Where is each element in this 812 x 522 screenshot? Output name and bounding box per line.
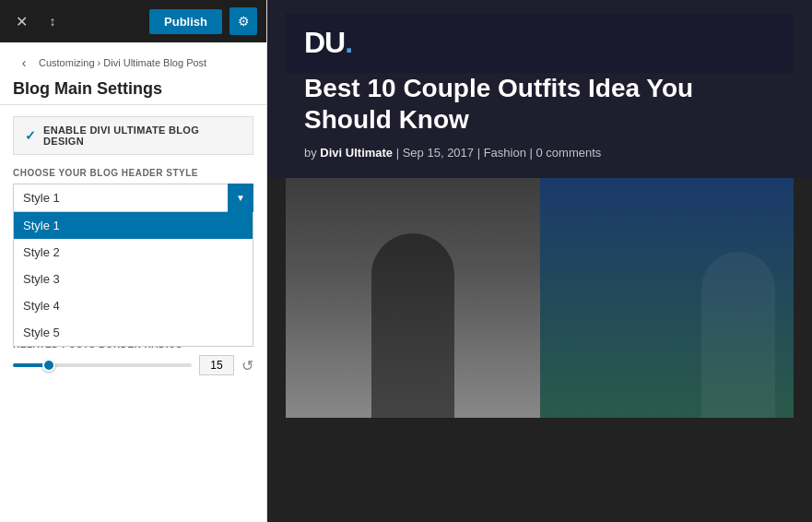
border-radius-slider-row: ↺ — [13, 355, 253, 375]
meta-author: Divi Ultimate — [320, 146, 393, 160]
enable-toggle[interactable]: ✓ ENABLE DIVI ULTIMATE BLOG DESIGN — [13, 116, 253, 155]
top-bar: ✕ ↕ Publish ⚙ — [0, 0, 266, 42]
blog-post-meta: by Divi Ultimate | Sep 15, 2017 | Fashio… — [286, 146, 794, 160]
page-title: Blog Main Settings — [13, 77, 253, 99]
breadcrumb-text: Customizing › Divi Ultimate Blog Post — [39, 57, 206, 68]
preview-image — [286, 178, 794, 418]
blog-post-title: Best 10 Couple Outfits Idea You Should K… — [286, 73, 794, 135]
breadcrumb: ‹ Customizing › Divi Ultimate Blog Post — [13, 52, 253, 74]
meta-sep3: | — [526, 146, 536, 160]
meta-category: Fashion — [484, 146, 526, 160]
meta-sep1: | — [393, 146, 403, 160]
back-button[interactable]: ‹ — [13, 52, 35, 74]
publish-button[interactable]: Publish — [149, 9, 222, 34]
check-icon: ✓ — [25, 128, 36, 143]
reset-button[interactable]: ↺ — [241, 357, 253, 374]
style-1-option[interactable]: Style 1 — [14, 212, 253, 239]
header-style-label: CHOOSE YOUR BLOG HEADER STYLE — [13, 168, 253, 178]
enable-label: ENABLE DIVI ULTIMATE BLOG DESIGN — [43, 125, 241, 147]
close-button[interactable]: ✕ — [9, 9, 33, 33]
logo-dot: . — [345, 26, 352, 59]
meta-by: by — [304, 146, 320, 160]
style-5-option[interactable]: Style 5 — [14, 319, 253, 346]
style-2-option[interactable]: Style 2 — [14, 239, 253, 266]
site-logo: DU. — [286, 13, 794, 73]
left-panel: ✕ ↕ Publish ⚙ ‹ Customizing › Divi Ultim… — [0, 0, 267, 522]
border-radius-input[interactable] — [199, 355, 234, 375]
preview-header: DU. Best 10 Couple Outfits Idea You Shou… — [267, 0, 812, 178]
panel-content: ✓ ENABLE DIVI ULTIMATE BLOG DESIGN CHOOS… — [0, 105, 266, 522]
gear-icon: ⚙ — [238, 14, 250, 29]
meta-sep2: | — [474, 146, 484, 160]
slider-track[interactable] — [13, 363, 192, 367]
gear-button[interactable]: ⚙ — [229, 7, 257, 35]
style-3-option[interactable]: Style 3 — [14, 266, 253, 292]
logo-text: DU. — [304, 26, 352, 60]
header-style-dropdown: Style 1 Style 2 Style 3 Style 4 Style 5 — [13, 212, 253, 347]
meta-comments: 0 comments — [536, 146, 602, 160]
reset-icon: ↺ — [241, 357, 253, 374]
breadcrumb-area: ‹ Customizing › Divi Ultimate Blog Post … — [0, 42, 266, 105]
sort-button[interactable]: ↕ — [41, 9, 65, 33]
header-style-select[interactable]: Style 1 — [13, 184, 253, 212]
right-preview-panel: DU. Best 10 Couple Outfits Idea You Shou… — [267, 0, 812, 522]
style-4-option[interactable]: Style 4 — [14, 292, 253, 319]
header-style-select-wrapper: Style 1 ▼ Style 1 Style 2 Style 3 Style … — [13, 184, 253, 212]
meta-date: Sep 15, 2017 — [403, 146, 474, 160]
